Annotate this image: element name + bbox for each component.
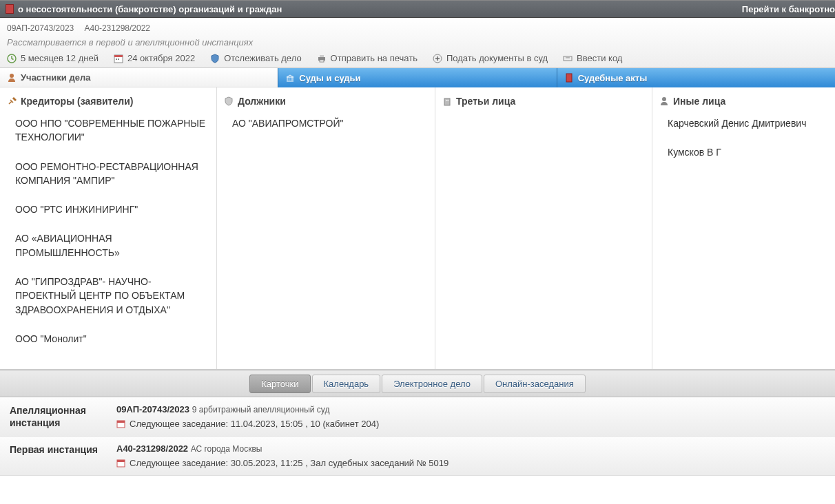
duration-info: 5 месяцев 12 дней <box>7 53 99 63</box>
printer-icon <box>317 54 327 63</box>
date-text: 24 октября 2022 <box>127 53 195 63</box>
calendar-small-icon <box>116 459 125 468</box>
svg-rect-4 <box>118 59 119 60</box>
svg-rect-3 <box>116 59 117 60</box>
print-button[interactable]: Отправить на печать <box>317 53 418 63</box>
tab-participants[interactable]: Участники дела <box>0 68 278 87</box>
svg-rect-13 <box>444 98 450 105</box>
other-title: Иные лица <box>673 96 725 107</box>
tab-participants-label: Участники дела <box>21 72 90 83</box>
creditors-list: ООО НПО "СОВРЕМЕННЫЕ ПОЖАРНЫЕ ТЕХНОЛОГИИ… <box>7 116 209 346</box>
instance-next-hearing: Следующее заседание: 30.05.2023, 11:25 ,… <box>116 458 825 468</box>
tab-courts-label: Суды и судьи <box>299 73 360 83</box>
court-icon <box>285 73 295 83</box>
instance-label: Первая инстанция <box>10 443 116 468</box>
instances-panel: Апелляционная инстанция 09АП-20743/2023 … <box>0 397 835 476</box>
svg-rect-12 <box>566 74 572 82</box>
participants-panel: Кредиторы (заявители) ООО НПО "СОВРЕМЕНН… <box>0 87 835 370</box>
creditors-header: Кредиторы (заявители) <box>7 96 209 107</box>
code-icon: *** <box>563 54 573 63</box>
list-item[interactable]: ООО "Монолит" <box>7 332 209 346</box>
page-title: о несостоятельности (банкротстве) органи… <box>18 4 282 14</box>
submit-docs-button[interactable]: Подать документы в суд <box>433 53 548 63</box>
third-parties-column: Третьи лица <box>435 87 652 369</box>
other-persons-column: Иные лица Карчевский Денис Дмитриевич Ку… <box>652 87 835 369</box>
online-hearings-tab[interactable]: Онлайн-заседания <box>484 375 586 393</box>
calendar-icon <box>114 54 123 63</box>
creditors-column: Кредиторы (заявители) ООО НПО "СОВРЕМЕНН… <box>0 87 217 369</box>
case-actions: 5 месяцев 12 дней 24 октября 2022 Отслеж… <box>7 53 828 63</box>
bankruptcy-doc-icon <box>6 4 14 14</box>
track-label: Отслеживать дело <box>224 53 301 63</box>
instance-case: 09АП-20743/2023 9 арбитражный апелляцион… <box>116 404 825 414</box>
svg-text:***: *** <box>566 56 570 61</box>
code-label: Ввести код <box>577 53 622 63</box>
plus-circle-icon <box>433 54 442 63</box>
instance-case-number[interactable]: А40-231298/2022 <box>116 443 188 454</box>
svg-point-11 <box>10 74 14 78</box>
instance-court: АС города Москвы <box>191 444 262 454</box>
enter-code-button[interactable]: *** Ввести код <box>563 53 622 63</box>
instance-case: А40-231298/2022 АС города Москвы <box>116 443 825 454</box>
track-case-button[interactable]: Отслеживать дело <box>210 53 301 63</box>
case-number-2: А40-231298/2022 <box>85 23 150 33</box>
person-small-icon <box>659 96 669 106</box>
creditors-title: Кредиторы (заявители) <box>21 96 133 107</box>
go-to-bankruptcy-link[interactable]: Перейти к банкротно <box>742 4 835 14</box>
svg-rect-2 <box>114 55 123 57</box>
top-bar: о несостоятельности (банкротстве) органи… <box>0 0 835 18</box>
svg-rect-18 <box>117 421 125 423</box>
svg-rect-6 <box>320 55 324 57</box>
print-label: Отправить на печать <box>331 53 418 63</box>
case-number-1: 09АП-20743/2023 <box>7 23 74 33</box>
third-title: Третьи лица <box>456 96 515 107</box>
debtors-list: АО "АВИАПРОМСТРОЙ" <box>224 116 428 130</box>
instance-case-number[interactable]: 09АП-20743/2023 <box>116 404 189 414</box>
instance-body: 09АП-20743/2023 9 арбитражный апелляцион… <box>116 404 825 429</box>
list-item[interactable]: Кумсков В Г <box>659 145 828 159</box>
debtors-title: Должники <box>238 96 286 107</box>
svg-rect-14 <box>446 100 447 101</box>
case-numbers: 09АП-20743/2023 А40-231298/2022 <box>7 23 828 33</box>
duration-text: 5 месяцев 12 дней <box>21 53 99 63</box>
shield-icon <box>210 54 220 63</box>
calendar-tab[interactable]: Календарь <box>312 375 381 393</box>
next-hearing-text: Следующее заседание: 30.05.2023, 11:25 ,… <box>130 458 449 468</box>
svg-rect-15 <box>448 100 449 101</box>
case-info-panel: 09АП-20743/2023 А40-231298/2022 Рассматр… <box>0 18 835 68</box>
next-hearing-text: Следующее заседание: 11.04.2023, 15:05 ,… <box>130 419 379 429</box>
svg-rect-7 <box>320 60 324 62</box>
instance-row: Первая инстанция А40-231298/2022 АС горо… <box>0 437 835 476</box>
main-tabs: Участники дела Суды и судьи Судебные акт… <box>0 68 835 87</box>
tab-acts-label: Судебные акты <box>578 73 648 83</box>
instance-body: А40-231298/2022 АС города Москвы Следующ… <box>116 443 825 468</box>
clock-icon <box>7 54 17 63</box>
third-header: Третьи лица <box>442 96 645 107</box>
other-list: Карчевский Денис Дмитриевич Кумсков В Г <box>659 116 828 160</box>
case-status: Рассматривается в первой и апелляционной… <box>7 37 828 48</box>
bottom-toolbar: Карточки Календарь Электронное дело Онла… <box>0 370 835 397</box>
date-info: 24 октября 2022 <box>114 53 195 63</box>
svg-point-16 <box>662 97 666 101</box>
list-item[interactable]: АО "АВИАПРОМСТРОЙ" <box>224 116 428 130</box>
debtors-column: Должники АО "АВИАПРОМСТРОЙ" <box>217 87 435 369</box>
list-item[interactable]: ООО НПО "СОВРЕМЕННЫЕ ПОЖАРНЫЕ ТЕХНОЛОГИИ… <box>7 116 209 145</box>
list-item[interactable]: Карчевский Денис Дмитриевич <box>659 116 828 130</box>
list-item[interactable]: АО «АВИАЦИОННАЯ ПРОМЫШЛЕННОСТЬ» <box>7 231 209 260</box>
submit-label: Подать документы в суд <box>446 53 548 63</box>
cards-tab[interactable]: Карточки <box>249 375 310 393</box>
instance-next-hearing: Следующее заседание: 11.04.2023, 15:05 ,… <box>116 419 825 429</box>
instance-court: 9 арбитражный апелляционный суд <box>192 405 330 414</box>
list-item[interactable]: АО "ГИПРОЗДРАВ"- НАУЧНО-ПРОЕКТНЫЙ ЦЕНТР … <box>7 275 209 317</box>
svg-rect-20 <box>117 460 125 462</box>
instance-row: Апелляционная инстанция 09АП-20743/2023 … <box>0 397 835 437</box>
debtors-header: Должники <box>224 96 428 107</box>
doc-icon <box>564 73 574 83</box>
efile-tab[interactable]: Электронное дело <box>382 375 482 393</box>
gavel-icon <box>7 96 17 106</box>
tab-courts[interactable]: Суды и судьи <box>278 68 556 87</box>
list-item[interactable]: ООО РЕМОНТНО-РЕСТАВРАЦИОННАЯ КОМПАНИЯ "А… <box>7 160 209 188</box>
list-item[interactable]: ООО "РТС ИНЖИНИРИНГ" <box>7 202 209 216</box>
other-header: Иные лица <box>659 96 828 107</box>
tab-acts[interactable]: Судебные акты <box>557 68 835 87</box>
